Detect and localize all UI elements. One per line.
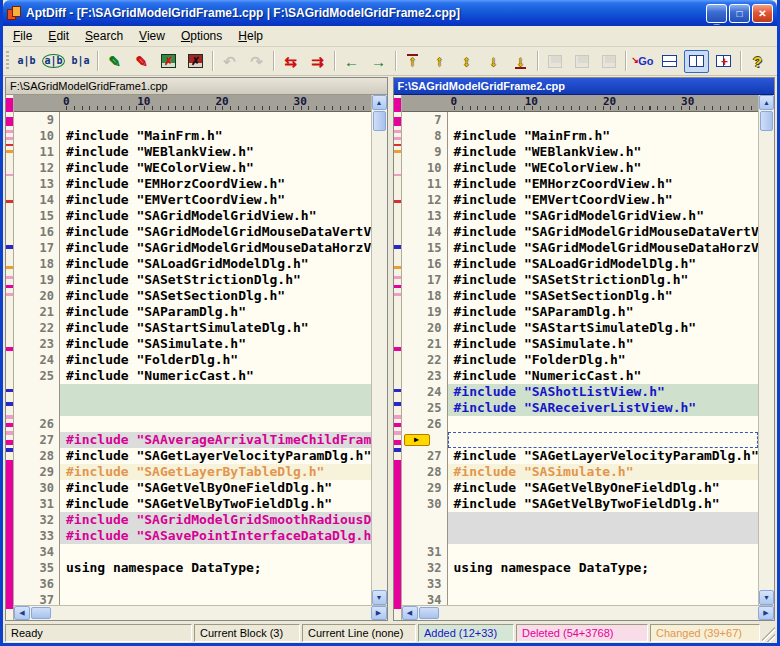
- menu-file[interactable]: File: [5, 27, 40, 46]
- code-line[interactable]: 21#include "SASimulate.h": [402, 336, 759, 352]
- hscroll-thumb[interactable]: [419, 607, 439, 619]
- view-horizontal-split-button[interactable]: [657, 50, 682, 73]
- current-diff-button[interactable]: ↕: [454, 50, 479, 73]
- discard-left-button[interactable]: ✗: [156, 50, 181, 73]
- code-line[interactable]: 19#include "SAParamDlg.h": [402, 304, 759, 320]
- menu-view[interactable]: View: [131, 27, 173, 46]
- horizontal-scrollbar-left[interactable]: ◀▶: [14, 605, 387, 620]
- last-diff-button[interactable]: ↓: [508, 50, 533, 73]
- scroll-up-icon[interactable]: ▲: [759, 95, 774, 110]
- scroll-down-icon[interactable]: ▼: [372, 590, 387, 605]
- code-line[interactable]: 20#include "SASetSectionDlg.h": [14, 288, 371, 304]
- recompare-button[interactable]: a|b: [41, 50, 66, 73]
- code-line[interactable]: 16#include "SAGridModelGridMouseDataVert…: [14, 224, 371, 240]
- code-line[interactable]: 27#include "SAGetLayerVelocityParamDlg.h…: [402, 448, 759, 464]
- code-line[interactable]: 34: [402, 592, 759, 605]
- code-line[interactable]: 18#include "SASetSectionDlg.h": [402, 288, 759, 304]
- code-line[interactable]: 33: [402, 576, 759, 592]
- code-line[interactable]: 33#include "SASavePointInterfaceDataDlg.…: [14, 528, 371, 544]
- menu-help[interactable]: Help: [230, 27, 271, 46]
- code-line[interactable]: 10#include "MainFrm.h": [14, 128, 371, 144]
- copy-block-left-button[interactable]: ⇆: [278, 50, 303, 73]
- scroll-right-icon[interactable]: ▶: [758, 606, 774, 620]
- scroll-right-icon[interactable]: ▶: [371, 606, 387, 620]
- vertical-scrollbar-left[interactable]: ▲▼: [371, 95, 387, 605]
- code-line[interactable]: 23#include "SASimulate.h": [14, 336, 371, 352]
- code-line[interactable]: 7: [402, 112, 759, 128]
- overview-bar-right[interactable]: [394, 95, 402, 620]
- vscroll-track[interactable]: [759, 132, 774, 590]
- code-line[interactable]: 24#include "FolderDlg.h": [14, 352, 371, 368]
- menu-options[interactable]: Options: [173, 27, 230, 46]
- code-line[interactable]: 14#include "SAGridModelGridMouseDataVert…: [402, 224, 759, 240]
- code-line[interactable]: 16#include "SALoadGridModelDlg.h": [402, 256, 759, 272]
- code-line[interactable]: 26: [402, 416, 759, 432]
- code-line[interactable]: 17#include "SAGridModelGridMouseDataHorz…: [14, 240, 371, 256]
- edit-right-button[interactable]: ✎: [129, 50, 154, 73]
- code-line[interactable]: 13#include "SAGridModelGridView.h": [402, 208, 759, 224]
- pane-header-left[interactable]: F:\SAGridModelGridFrame1.cpp: [6, 78, 387, 95]
- code-line[interactable]: 13#include "EMHorzCoordView.h": [14, 176, 371, 192]
- code-line[interactable]: 30#include "SAGetVelByTwoFieldDlg.h": [402, 496, 759, 512]
- code-line[interactable]: 36: [14, 576, 371, 592]
- discard-right-button[interactable]: ✗: [183, 50, 208, 73]
- code-line[interactable]: 9#include "WEBlankView.h": [402, 144, 759, 160]
- resize-grip[interactable]: [762, 624, 775, 642]
- help-button[interactable]: ?: [745, 50, 770, 73]
- code-line[interactable]: 23#include "NumericCast.h": [402, 368, 759, 384]
- code-line[interactable]: 10#include "WEColorView.h": [402, 160, 759, 176]
- code-line[interactable]: 22#include "SAStartSimulateDlg.h": [14, 320, 371, 336]
- code-line[interactable]: 19#include "SASetStrictionDlg.h": [14, 272, 371, 288]
- code-line[interactable]: 29#include "SAGetLayerByTableDlg.h": [14, 464, 371, 480]
- code-line[interactable]: [402, 512, 759, 528]
- prev-diff-button[interactable]: ↑: [427, 50, 452, 73]
- first-diff-button[interactable]: ↑: [400, 50, 425, 73]
- code-line[interactable]: 27#include "SAAverageArrivalTimeChildFra…: [14, 432, 371, 448]
- code-line[interactable]: 17#include "SASetStrictionDlg.h": [402, 272, 759, 288]
- overview-bar-left[interactable]: [6, 95, 14, 620]
- code-line[interactable]: [14, 400, 371, 416]
- code-line[interactable]: 25#include "NumericCast.h": [14, 368, 371, 384]
- horizontal-scrollbar-right[interactable]: ◀▶: [402, 605, 775, 620]
- edit-left-button[interactable]: ✎: [102, 50, 127, 73]
- code-line[interactable]: 22#include "FolderDlg.h": [402, 352, 759, 368]
- code-line[interactable]: 15#include "SAGridModelGridView.h": [14, 208, 371, 224]
- code-line[interactable]: 32using namespace DataType;: [402, 560, 759, 576]
- menu-search[interactable]: Search: [77, 27, 131, 46]
- code-line[interactable]: 9: [14, 112, 371, 128]
- scroll-up-icon[interactable]: ▲: [372, 95, 387, 110]
- code-line[interactable]: 37: [14, 592, 371, 605]
- pane-header-right[interactable]: F:\SAGridModelGridFrame2.cpp: [394, 78, 775, 95]
- code-line[interactable]: 21#include "SAParamDlg.h": [14, 304, 371, 320]
- code-line[interactable]: 31#include "SAGetVelByTwoFieldDlg.h": [14, 496, 371, 512]
- hscroll-track[interactable]: [440, 606, 759, 620]
- code-line[interactable]: 20#include "SAStartSimulateDlg.h": [402, 320, 759, 336]
- code-line[interactable]: 30#include "SAGetVelByOneFieldDlg.h": [14, 480, 371, 496]
- goto-button[interactable]: Go: [630, 50, 655, 73]
- code-line[interactable]: 26: [14, 416, 371, 432]
- code-line[interactable]: 35using namespace DataType;: [14, 560, 371, 576]
- code-line[interactable]: 28#include "SASimulate.h": [402, 464, 759, 480]
- copy-block-right-button[interactable]: ⇉: [305, 50, 330, 73]
- vscroll-thumb[interactable]: [760, 111, 773, 131]
- view-quad-button[interactable]: [711, 50, 736, 73]
- view-vertical-split-button[interactable]: [684, 50, 709, 73]
- next-diff-button[interactable]: ↓: [481, 50, 506, 73]
- scroll-down-icon[interactable]: ▼: [759, 590, 774, 605]
- code-line[interactable]: 25#include "SAReceiverListView.h": [402, 400, 759, 416]
- hscroll-track[interactable]: [52, 606, 371, 620]
- maximize-button[interactable]: □: [729, 4, 750, 23]
- code-line[interactable]: ▶: [402, 432, 759, 448]
- code-line[interactable]: 15#include "SAGridModelGridMouseDataHorz…: [402, 240, 759, 256]
- code-line[interactable]: 11#include "WEBlankView.h": [14, 144, 371, 160]
- code-line[interactable]: 29#include "SAGetVelByOneFieldDlg.h": [402, 480, 759, 496]
- scroll-left-icon[interactable]: ◀: [402, 606, 418, 620]
- menu-edit[interactable]: Edit: [40, 27, 77, 46]
- code-line[interactable]: 12#include "EMVertCoordView.h": [402, 192, 759, 208]
- close-button[interactable]: ✕: [752, 4, 773, 23]
- code-line[interactable]: 14#include "EMVertCoordView.h": [14, 192, 371, 208]
- code-line[interactable]: 28#include "SAGetLayerVelocityParamDlg.h…: [14, 448, 371, 464]
- hscroll-thumb[interactable]: [31, 607, 51, 619]
- vscroll-thumb[interactable]: [373, 111, 386, 131]
- code-line[interactable]: [14, 384, 371, 400]
